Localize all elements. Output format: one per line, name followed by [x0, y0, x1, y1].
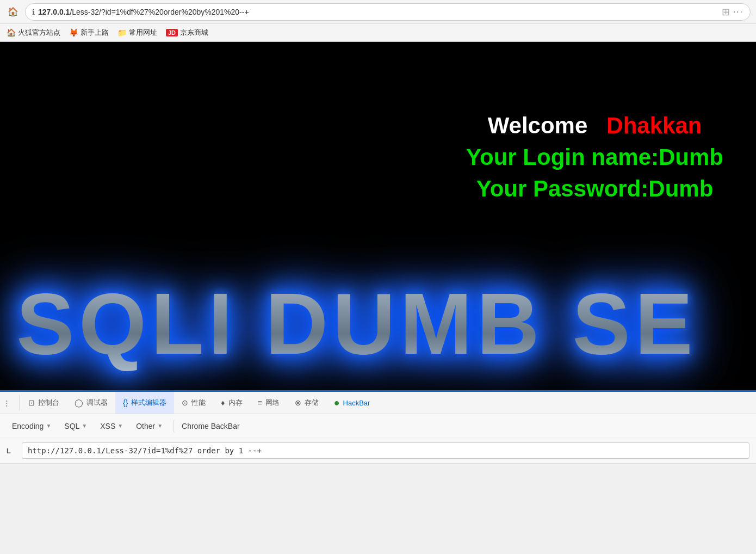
bookmarks-bar: 🏠 火狐官方站点 🦊 新手上路 📁 常用网址 JD 京东商城: [0, 24, 756, 41]
other-dropdown-arrow: ▼: [157, 423, 163, 429]
devtools-debugger[interactable]: ◯ 调试器: [67, 391, 115, 414]
jd-bookmark-icon: JD: [166, 29, 178, 36]
sqli-text: SQLI DUMB SE: [0, 274, 697, 374]
hackbar-dot-icon: ●: [334, 397, 340, 409]
bookmark-common[interactable]: 📁 常用网址: [117, 28, 157, 38]
encoding-dropdown-arrow: ▼: [46, 423, 51, 429]
devtools-sep-1: [19, 395, 20, 410]
common-bookmark-icon: 📁: [117, 28, 127, 37]
bookmark-jd[interactable]: JD 京东商城: [166, 28, 208, 38]
nav-bar: 🏠 ℹ 127.0.0.1/Less-32/?id=1%df%27%20orde…: [0, 0, 756, 24]
console-icon: ⊡: [28, 398, 35, 407]
other-button[interactable]: Other ▼: [131, 420, 168, 433]
hackbar-url-input[interactable]: [22, 442, 749, 459]
sql-dropdown-arrow: ▼: [82, 423, 87, 429]
devtools-hackbar[interactable]: ● HackBar: [326, 392, 378, 415]
firefox-bookmark-icon: 🏠: [7, 28, 16, 37]
newuser-bookmark-icon: 🦊: [69, 28, 78, 37]
xss-dropdown-arrow: ▼: [117, 423, 123, 429]
login-name-line: Your Login name:Dumb: [466, 144, 723, 170]
browser-chrome: 🏠 ℹ 127.0.0.1/Less-32/?id=1%df%27%20orde…: [0, 0, 756, 42]
memory-icon: ♦: [221, 398, 225, 407]
xss-button[interactable]: XSS ▼: [95, 420, 128, 433]
welcome-text: Welcome: [488, 113, 588, 138]
devtools-item-1[interactable]: ⋮: [0, 391, 18, 414]
storage-icon: ⊗: [295, 398, 301, 407]
bookmark-newuser[interactable]: 🦊 新手上路: [69, 28, 109, 38]
sql-button[interactable]: SQL ▼: [59, 420, 92, 433]
info-icon: ℹ: [32, 8, 35, 16]
dhakkan-text: Dhakkan: [606, 113, 702, 138]
hackbar-url-row: L: [0, 438, 756, 463]
devtools-memory[interactable]: ♦ 内存: [213, 391, 250, 414]
devtools-network[interactable]: ≡ 网络: [250, 391, 287, 414]
more-options-icon[interactable]: ···: [733, 7, 743, 17]
devtools-style-editor[interactable]: {} 样式编辑器: [115, 391, 174, 414]
devtools-bar: ⋮ ⊡ 控制台 ◯ 调试器 {} 样式编辑器 ⊙ 性能 ♦ 内存 ≡ 网络 ⊗ …: [0, 390, 756, 414]
resize-icon: ⋮: [3, 399, 10, 407]
password-line: Your Password:Dumb: [466, 176, 723, 202]
chrome-backbar-button[interactable]: Chrome BackBar: [173, 420, 245, 433]
devtools-console[interactable]: ⊡ 控制台: [21, 391, 67, 414]
devtools-performance[interactable]: ⊙ 性能: [174, 391, 213, 414]
hackbar-toolbar: Encoding ▼ SQL ▼ XSS ▼ Other ▼ Chrome Ba…: [0, 414, 756, 438]
bookmark-firefox[interactable]: 🏠 火狐官方站点: [7, 28, 60, 38]
network-icon: ≡: [258, 398, 262, 407]
sqli-title: SQLI DUMB SE: [0, 274, 756, 374]
hackbar-panel: Encoding ▼ SQL ▼ XSS ▼ Other ▼ Chrome Ba…: [0, 414, 756, 464]
style-editor-icon: {}: [123, 398, 128, 407]
url-bar[interactable]: ℹ 127.0.0.1/Less-32/?id=1%df%27%20order%…: [25, 3, 751, 21]
browser-content: Welcome Dhakkan Your Login name:Dumb You…: [0, 42, 756, 390]
url-display: 127.0.0.1/Less-32/?id=1%df%27%20order%20…: [38, 8, 718, 16]
welcome-line: Welcome Dhakkan: [466, 113, 723, 139]
welcome-section: Welcome Dhakkan Your Login name:Dumb You…: [466, 113, 723, 202]
devtools-storage[interactable]: ⊗ 存储: [287, 391, 326, 414]
debugger-icon: ◯: [75, 398, 83, 407]
qr-icon[interactable]: ⊞: [722, 6, 730, 18]
url-row-label: L: [7, 447, 17, 455]
performance-icon: ⊙: [182, 398, 188, 407]
home-button[interactable]: 🏠: [5, 4, 21, 20]
encoding-button[interactable]: Encoding ▼: [7, 420, 57, 433]
